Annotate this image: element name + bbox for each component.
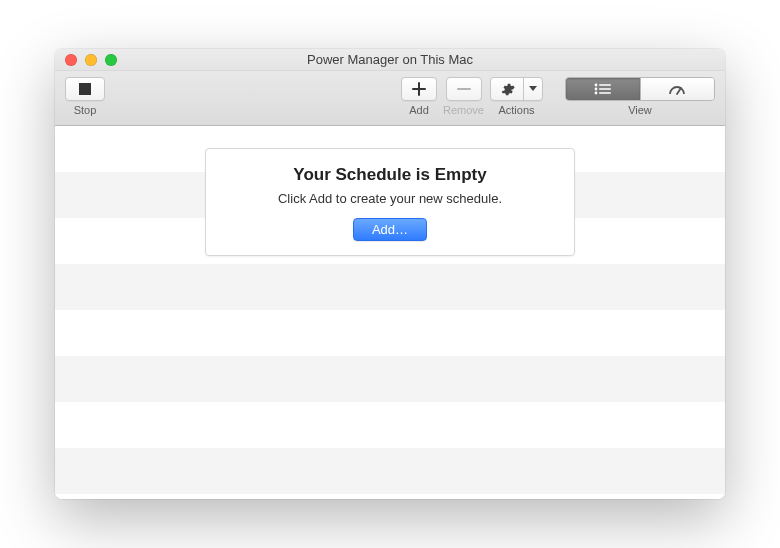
close-window-button[interactable] <box>65 54 77 66</box>
gauge-icon <box>668 82 686 96</box>
titlebar: Power Manager on This Mac <box>55 49 725 71</box>
toolbar-stop-group: Stop <box>65 77 105 116</box>
view-segmented-control[interactable] <box>565 77 715 101</box>
actions-menu-button[interactable] <box>523 77 543 101</box>
svg-point-1 <box>594 84 597 87</box>
minus-icon <box>457 82 471 96</box>
view-label: View <box>628 104 652 116</box>
window: Power Manager on This Mac Stop Add Remov… <box>55 49 725 499</box>
stop-label: Stop <box>74 104 97 116</box>
remove-label: Remove <box>443 104 484 116</box>
svg-rect-6 <box>599 92 611 94</box>
stop-icon <box>79 83 91 95</box>
window-title: Power Manager on This Mac <box>55 52 725 67</box>
svg-rect-4 <box>599 88 611 90</box>
minimize-window-button[interactable] <box>85 54 97 66</box>
gear-icon <box>500 82 515 97</box>
empty-state-subtitle: Click Add to create your new schedule. <box>226 191 554 206</box>
plus-icon <box>412 82 426 96</box>
empty-state-add-button[interactable]: Add… <box>353 218 427 241</box>
empty-state-card: Your Schedule is Empty Click Add to crea… <box>205 148 575 256</box>
content-area: Your Schedule is Empty Click Add to crea… <box>55 126 725 499</box>
view-list-button[interactable] <box>566 78 640 100</box>
stop-button[interactable] <box>65 77 105 101</box>
chevron-down-icon <box>529 86 537 92</box>
add-button[interactable] <box>401 77 437 101</box>
toolbar: Stop Add Remove <box>55 71 725 126</box>
svg-rect-0 <box>79 83 91 95</box>
view-activity-button[interactable] <box>640 78 715 100</box>
empty-state-title: Your Schedule is Empty <box>226 165 554 185</box>
actions-button[interactable] <box>490 77 524 101</box>
add-label: Add <box>409 104 429 116</box>
toolbar-actions-group: Actions <box>490 77 543 116</box>
zoom-window-button[interactable] <box>105 54 117 66</box>
list-icon <box>594 83 612 95</box>
traffic-lights <box>55 54 117 66</box>
toolbar-remove-group: Remove <box>443 77 484 116</box>
svg-rect-2 <box>599 84 611 86</box>
svg-point-3 <box>594 88 597 91</box>
svg-line-7 <box>677 88 681 94</box>
toolbar-view-group: View <box>565 77 715 116</box>
toolbar-add-group: Add <box>401 77 437 116</box>
remove-button[interactable] <box>446 77 482 101</box>
svg-point-5 <box>594 92 597 95</box>
actions-label: Actions <box>498 104 534 116</box>
